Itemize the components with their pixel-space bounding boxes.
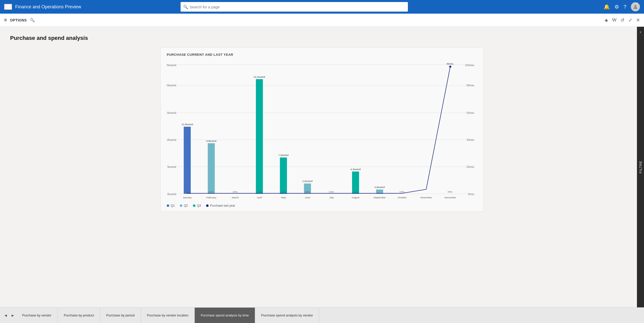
- svg-rect-4: [8, 6, 9, 8]
- bar-jan-q1: [184, 127, 191, 194]
- filter-label: FILTRE: [639, 161, 642, 173]
- legend-q1: Q1: [167, 204, 175, 207]
- bar-may-q3: [280, 157, 287, 194]
- svg-rect-8: [9, 8, 10, 9]
- svg-text:80mio.: 80mio.: [466, 84, 475, 87]
- svg-text:May: May: [281, 196, 286, 199]
- svg-text:1mio.: 1mio.: [329, 191, 334, 193]
- options-bar: ≡ OPTIONS 🔍 ◈ W ↺ ⤢ ✕: [0, 14, 644, 27]
- search-bar: 🔍: [181, 2, 408, 12]
- legend-q1-label: Q1: [171, 204, 175, 207]
- tab-purchase-product[interactable]: Purchase by product: [58, 308, 100, 323]
- svg-text:1mio.: 1mio.: [281, 191, 286, 193]
- page-title: Purchase and spend analysis: [10, 35, 634, 41]
- bottom-tabs: ◀ ▶ Purchase by vendor Purchase by produ…: [0, 307, 644, 323]
- tab-purchase-period[interactable]: Purchase by period: [100, 308, 141, 323]
- svg-text:22,2tusind: 22,2tusind: [254, 75, 265, 78]
- tab-spend-time[interactable]: Purchase spend analysis by time: [195, 308, 255, 323]
- tab-spend-vendor[interactable]: Purchase spend analysis by vendor: [255, 308, 319, 323]
- svg-rect-5: [9, 6, 10, 8]
- notification-icon[interactable]: 🔔: [604, 4, 610, 10]
- tab-scroll-right[interactable]: ▶: [9, 308, 16, 323]
- settings-icon[interactable]: ⚙: [614, 4, 619, 10]
- svg-rect-1: [8, 5, 9, 6]
- svg-text:October: October: [398, 196, 407, 199]
- svg-text:0tusind: 0tusind: [167, 193, 176, 196]
- bar-feb-q2: [208, 143, 215, 194]
- svg-rect-7: [8, 8, 9, 9]
- chart-container: PURCHASE CURRENT AND LAST YEAR 0tusind 5…: [160, 47, 484, 212]
- hamburger-button[interactable]: ≡: [4, 17, 7, 23]
- legend-q2-dot: [180, 204, 182, 207]
- filter-chevron: ‹: [640, 30, 641, 34]
- legend-q3-dot: [193, 204, 195, 207]
- svg-text:1mio.: 1mio.: [233, 191, 238, 193]
- svg-text:0,8tusind: 0,8tusind: [375, 186, 385, 189]
- chart-area: 0tusind 5tusind 10tusind 15tusind 20tusi…: [167, 61, 477, 202]
- svg-text:March: March: [232, 196, 239, 199]
- grid-menu-icon[interactable]: [4, 4, 12, 10]
- legend-line-dot: [206, 204, 209, 207]
- svg-text:February: February: [206, 196, 216, 199]
- bar-apr-q3: [256, 79, 263, 194]
- svg-text:13,0tusind: 13,0tusind: [181, 123, 193, 126]
- svg-text:1mio.: 1mio.: [305, 191, 310, 193]
- help-icon[interactable]: ?: [624, 4, 626, 10]
- search-input[interactable]: [181, 2, 408, 12]
- tab-purchase-vendor-location[interactable]: Purchase by vendor location: [141, 308, 195, 323]
- svg-text:2,0tusind: 2,0tusind: [302, 180, 312, 182]
- svg-text:December: December: [444, 196, 456, 199]
- tab-scroll-left[interactable]: ◀: [2, 308, 9, 323]
- legend-q3-label: Q3: [197, 204, 201, 207]
- tab-purchase-vendor[interactable]: Purchase by vendor: [16, 308, 58, 323]
- svg-text:1mio.: 1mio.: [184, 191, 190, 193]
- top-nav: Finance and Operations Preview 🔍 🔔 ⚙ ?: [0, 0, 644, 14]
- svg-text:7,0tusind: 7,0tusind: [278, 154, 288, 156]
- svg-text:September: September: [374, 196, 386, 199]
- svg-point-9: [634, 5, 636, 7]
- designer-icon[interactable]: ◈: [605, 17, 608, 23]
- avatar[interactable]: [631, 2, 640, 11]
- svg-text:4mio.: 4mio.: [448, 191, 453, 193]
- svg-text:1mio.: 1mio.: [257, 191, 262, 193]
- main-content: Purchase and spend analysis PURCHASE CUR…: [0, 27, 644, 307]
- legend-q3: Q3: [193, 204, 201, 207]
- word-icon[interactable]: W: [612, 17, 616, 23]
- svg-text:January: January: [183, 196, 192, 199]
- svg-text:5tusind: 5tusind: [167, 165, 176, 168]
- legend-last-year: Purchase last year: [206, 204, 235, 207]
- svg-text:100mio.: 100mio.: [465, 64, 475, 67]
- svg-text:November: November: [420, 196, 432, 199]
- nav-right: 🔔 ⚙ ?: [604, 2, 640, 11]
- svg-text:10tusind: 10tusind: [167, 138, 176, 141]
- line-peak-point: [449, 66, 451, 68]
- svg-text:9,8tusind: 9,8tusind: [206, 140, 216, 142]
- options-toolbar-right: ◈ W ↺ ⤢ ✕: [605, 17, 640, 23]
- legend-q2: Q2: [180, 204, 188, 207]
- options-search-icon[interactable]: 🔍: [30, 18, 35, 22]
- svg-text:August: August: [352, 196, 359, 199]
- options-label: OPTIONS: [10, 18, 27, 22]
- svg-rect-3: [6, 6, 7, 8]
- chart-title: PURCHASE CURRENT AND LAST YEAR: [167, 53, 477, 57]
- app-title: Finance and Operations Preview: [15, 4, 81, 10]
- svg-rect-2: [9, 5, 10, 6]
- svg-text:1mio.: 1mio.: [209, 191, 214, 193]
- refresh-icon[interactable]: ↺: [621, 17, 624, 23]
- svg-text:4,3tusind: 4,3tusind: [351, 168, 361, 171]
- svg-rect-6: [6, 8, 7, 9]
- svg-text:July: July: [329, 196, 334, 199]
- svg-text:25tusind: 25tusind: [167, 64, 176, 67]
- legend-q1-dot: [167, 204, 169, 207]
- chart-legend: Q1 Q2 Q3 Purchase last year: [167, 204, 477, 207]
- svg-text:20tusind: 20tusind: [167, 84, 176, 87]
- svg-rect-0: [6, 5, 7, 6]
- svg-text:1mio.: 1mio.: [400, 191, 405, 193]
- svg-text:0mio.: 0mio.: [468, 193, 475, 196]
- popout-icon[interactable]: ⤢: [628, 17, 632, 23]
- chart-svg: 0tusind 5tusind 10tusind 15tusind 20tusi…: [167, 61, 477, 202]
- search-icon: 🔍: [183, 5, 188, 9]
- filter-panel[interactable]: ‹ FILTRE: [637, 27, 644, 307]
- svg-text:15tusind: 15tusind: [167, 111, 176, 114]
- close-icon[interactable]: ✕: [636, 17, 640, 23]
